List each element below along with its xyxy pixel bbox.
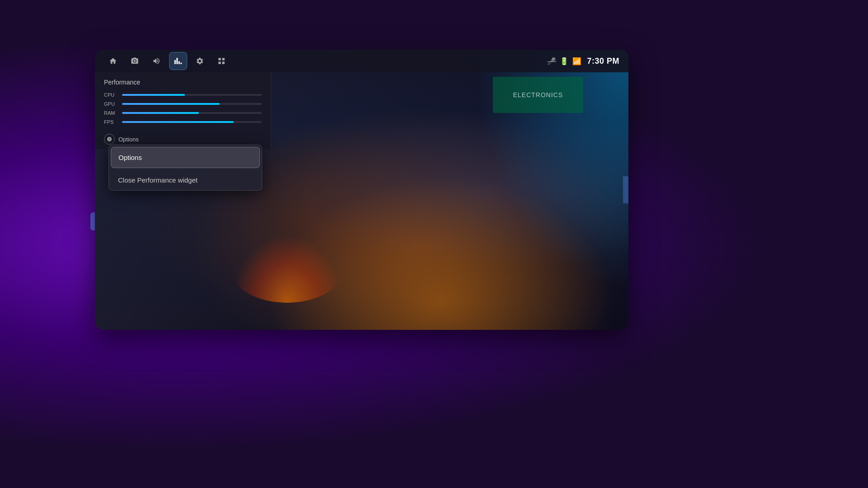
status-icons: 🎤 🔋 📶 bbox=[547, 57, 581, 66]
volume-icon bbox=[152, 57, 160, 65]
gpu-row: GPU bbox=[104, 101, 262, 107]
nav-grid-button[interactable] bbox=[212, 52, 231, 70]
device-screen: ELECTRONICS bbox=[95, 50, 628, 330]
context-menu: Options Close Performance widget bbox=[108, 145, 262, 191]
battery-icon: 🔋 bbox=[560, 57, 569, 66]
gpu-bar bbox=[122, 103, 220, 105]
performance-panel: Performance CPU GPU RAM bbox=[95, 72, 271, 149]
wifi-icon: 📶 bbox=[572, 57, 581, 66]
gear-icon bbox=[196, 57, 204, 65]
store-sign-decoration: ELECTRONICS bbox=[493, 77, 583, 113]
options-label: Options bbox=[118, 136, 139, 143]
nav-volume-button[interactable] bbox=[147, 52, 165, 70]
fps-bar-bg bbox=[122, 121, 262, 123]
ram-bar bbox=[122, 112, 199, 114]
nav-home-button[interactable] bbox=[104, 52, 122, 70]
cpu-row: CPU bbox=[104, 92, 262, 98]
time-display: 7:30 PM bbox=[587, 56, 619, 66]
performance-icon bbox=[174, 57, 182, 65]
ram-row: RAM bbox=[104, 110, 262, 116]
options-icon bbox=[107, 136, 112, 142]
gpu-bar-bg bbox=[122, 103, 262, 105]
nav-settings-button[interactable] bbox=[191, 52, 209, 70]
performance-title: Performance bbox=[95, 72, 271, 92]
ram-bar-bg bbox=[122, 112, 262, 114]
fps-bar bbox=[122, 121, 234, 123]
menu-item-close-widget[interactable]: Close Performance widget bbox=[109, 170, 262, 190]
fps-row: FPS bbox=[104, 119, 262, 125]
ram-label: RAM bbox=[104, 110, 118, 116]
camera-icon bbox=[131, 57, 139, 65]
gpu-label: GPU bbox=[104, 101, 118, 107]
cpu-bar bbox=[122, 94, 185, 96]
nav-screenshot-button[interactable] bbox=[126, 52, 144, 70]
nav-status-right: 🎤 🔋 📶 7:30 PM bbox=[547, 56, 619, 66]
nav-bar: 🎤 🔋 📶 7:30 PM bbox=[95, 50, 628, 72]
cpu-label: CPU bbox=[104, 92, 118, 98]
cpu-bar-bg bbox=[122, 94, 262, 96]
menu-item-options[interactable]: Options bbox=[111, 147, 260, 168]
nav-performance-button[interactable] bbox=[169, 52, 187, 70]
fps-label: FPS bbox=[104, 119, 118, 125]
grid-icon bbox=[217, 57, 226, 65]
options-circle-icon bbox=[104, 134, 115, 145]
mic-icon: 🎤 bbox=[547, 57, 556, 66]
performance-rows: CPU GPU RAM FPS bbox=[95, 92, 271, 129]
side-tab[interactable] bbox=[623, 176, 628, 203]
home-icon bbox=[109, 57, 117, 65]
nav-icons-left bbox=[104, 52, 231, 70]
